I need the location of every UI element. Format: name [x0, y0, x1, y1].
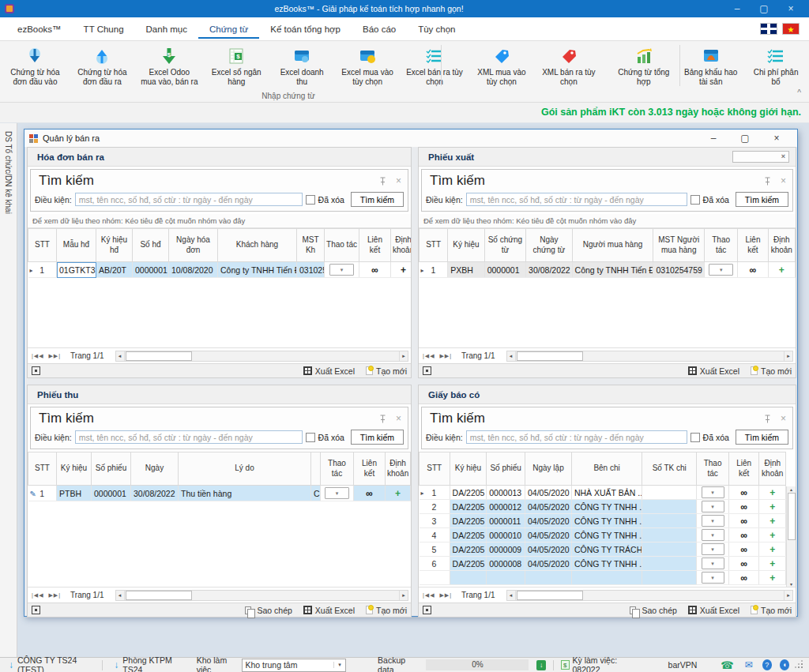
table-row[interactable]: ▾∞+ — [420, 571, 786, 585]
english-flag-icon[interactable] — [760, 23, 777, 35]
pin-icon[interactable] — [379, 415, 386, 423]
column-header[interactable]: STT — [28, 452, 57, 486]
vertical-scrollbar[interactable]: ▴▾ — [786, 486, 796, 587]
add-posting-icon[interactable]: + — [759, 514, 786, 528]
horizontal-scrollbar[interactable]: ◂▸ — [115, 590, 408, 601]
pin-icon[interactable] — [764, 177, 771, 186]
search-button[interactable]: Tìm kiếm — [351, 430, 404, 445]
first-page-icon[interactable]: |◀◀ — [423, 592, 435, 598]
create-new-button[interactable]: Tạo mới — [366, 366, 407, 376]
close-search-icon[interactable]: × — [396, 175, 401, 186]
chat-icon[interactable]: ◖ — [780, 659, 789, 670]
column-header[interactable]: Liên kết — [738, 229, 768, 262]
search-input[interactable] — [75, 193, 303, 206]
close-search-icon[interactable]: × — [396, 413, 401, 424]
link-icon[interactable]: ∞ — [728, 486, 759, 500]
actions-dropdown[interactable]: ▾ — [702, 529, 724, 541]
column-header[interactable]: Thao tác — [697, 452, 729, 486]
menu-tuy-chon[interactable]: Tùy chọn — [407, 20, 466, 39]
column-header[interactable]: Thao tác — [321, 452, 354, 486]
toolbar-excel-odoo[interactable]: $ Excel Odoo mua vào, bán ra — [136, 44, 203, 88]
table-row[interactable]: 3DA/2205000001104/05/2020CÔNG TY TNHH ..… — [420, 514, 786, 528]
last-page-icon[interactable]: ▶▶| — [48, 353, 61, 359]
actions-dropdown[interactable]: ▾ — [709, 264, 732, 276]
actions-dropdown[interactable]: ▾ — [702, 501, 724, 512]
mail-icon[interactable]: ✉ — [745, 659, 753, 670]
search-button[interactable]: Tìm kiếm — [736, 430, 788, 445]
menu-ezbooks[interactable]: ezBooks™ — [6, 20, 73, 39]
scroll-right-icon[interactable]: ▸ — [399, 351, 408, 361]
menu-chung-tu[interactable]: Chứng từ — [198, 20, 259, 39]
link-icon[interactable]: ∞ — [359, 262, 391, 278]
column-header[interactable]: Số phiếu — [92, 452, 131, 486]
deleted-checkbox[interactable] — [306, 433, 315, 442]
scroll-right-icon[interactable]: ▸ — [399, 591, 408, 600]
scroll-right-icon[interactable]: ▸ — [784, 591, 792, 600]
search-input[interactable] — [75, 430, 303, 444]
link-icon[interactable]: ∞ — [728, 557, 759, 571]
toolbar-chungtu-hoadon-dau-ra[interactable]: Chứng từ hóa đơn đầu ra — [69, 44, 136, 88]
vietnamese-flag-icon[interactable]: ★ — [782, 23, 800, 35]
export-excel-button[interactable]: Xuất Excel — [688, 366, 739, 376]
add-posting-icon[interactable]: + — [759, 571, 786, 585]
toolbar-excel-ban-ra-tuy-chon[interactable]: Excel bán ra tùy chọn — [401, 44, 468, 88]
add-posting-icon[interactable]: + — [768, 262, 795, 278]
actions-dropdown[interactable]: ▾ — [325, 487, 348, 499]
column-header[interactable]: Lý do — [179, 452, 311, 486]
column-header[interactable]: Ký hiệu — [450, 452, 487, 486]
column-header[interactable]: Định khoản — [386, 452, 411, 486]
close-search-icon[interactable]: × — [781, 175, 786, 186]
add-posting-icon[interactable]: + — [759, 557, 786, 571]
mdi-close-button[interactable]: × — [761, 133, 792, 144]
export-excel-button[interactable]: Xuất Excel — [303, 366, 355, 376]
help-icon[interactable]: ? — [762, 659, 772, 670]
first-page-icon[interactable]: |◀◀ — [423, 353, 435, 359]
column-header[interactable]: STT — [420, 229, 448, 262]
actions-dropdown[interactable]: ▾ — [702, 543, 724, 555]
maximize-button[interactable]: ▢ — [751, 0, 777, 17]
link-icon[interactable]: ∞ — [728, 500, 759, 514]
add-posting-icon[interactable]: + — [759, 528, 786, 542]
scrollbar-thumb[interactable] — [788, 493, 796, 540]
expand-icon[interactable] — [32, 606, 40, 614]
add-posting-icon[interactable]: + — [391, 262, 412, 278]
scroll-left-icon[interactable]: ◂ — [116, 591, 125, 600]
toolbar-chi-phi-phan-bo[interactable]: Chi phí phân bổ — [744, 44, 807, 88]
last-page-icon[interactable]: ▶▶| — [48, 592, 61, 598]
copy-button[interactable]: Sao chép — [245, 606, 292, 615]
scroll-left-icon[interactable]: ◂ — [507, 591, 516, 600]
collapse-ribbon-icon[interactable]: ^ — [797, 88, 801, 97]
export-excel-button[interactable]: Xuất Excel — [303, 606, 355, 615]
menu-danh-muc[interactable]: Danh mục — [135, 20, 198, 39]
column-header[interactable]: Ngày chứng từ — [526, 229, 572, 262]
resize-grip[interactable] — [801, 666, 803, 668]
column-header[interactable]: Ngày — [131, 452, 179, 486]
expand-icon[interactable] — [32, 366, 40, 375]
actions-dropdown[interactable]: ▾ — [702, 486, 724, 498]
add-posting-icon[interactable]: + — [386, 486, 411, 501]
menu-ke-toan-tong-hop[interactable]: Kế toán tổng hợp — [259, 20, 352, 39]
column-header[interactable]: Bên chi — [571, 452, 642, 486]
pin-icon[interactable] — [764, 415, 771, 423]
mdi-minimize-button[interactable]: – — [698, 133, 729, 144]
horizontal-scrollbar[interactable]: ◂▸ — [506, 351, 793, 362]
column-header[interactable]: Định khoản — [759, 452, 786, 486]
column-header[interactable]: Số TK chi — [642, 452, 697, 486]
backup-download-icon[interactable]: ↓ — [536, 660, 545, 670]
panel-close-button[interactable]: × — [732, 151, 789, 163]
pin-icon[interactable] — [379, 177, 386, 186]
horizontal-scrollbar[interactable]: ◂▸ — [115, 351, 408, 362]
link-icon[interactable]: ∞ — [738, 262, 768, 278]
scrollbar-thumb[interactable] — [517, 591, 583, 600]
column-header[interactable]: STT — [420, 452, 450, 486]
column-header[interactable]: Thao tác — [325, 229, 359, 262]
toolbar-excel-doanh-thu[interactable]: Excel doanh thu — [270, 44, 334, 88]
toolbar-xml-ban-ra-tuy-chon[interactable]: XML bán ra tùy chọn — [535, 44, 602, 88]
scroll-left-icon[interactable]: ◂ — [116, 351, 125, 361]
link-icon[interactable]: ∞ — [728, 542, 759, 557]
side-tab-ds-to-chuc[interactable]: DS Tổ chức/DN kê khai — [0, 123, 17, 222]
column-header[interactable]: Người mua hàng — [572, 229, 653, 262]
horizontal-scrollbar[interactable]: ◂▸ — [506, 590, 793, 601]
column-header[interactable]: MST Kh — [297, 229, 325, 262]
actions-dropdown[interactable]: ▾ — [702, 572, 724, 584]
